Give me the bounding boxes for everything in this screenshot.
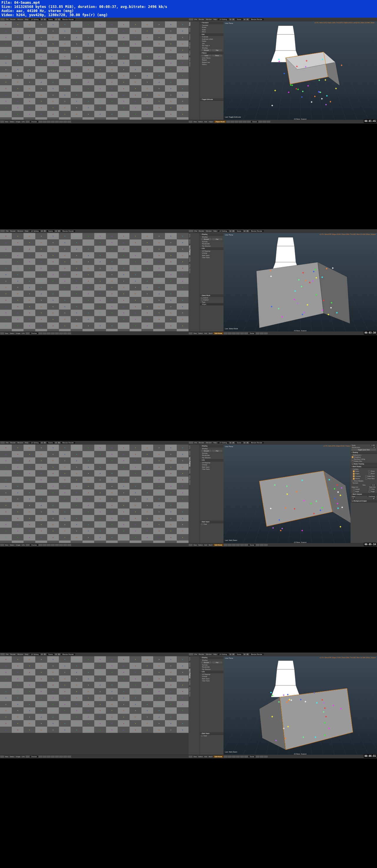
- uv-tool-icon[interactable]: [47, 333, 51, 335]
- vp-tool-icon[interactable]: [224, 756, 228, 758]
- uv-tool-icon[interactable]: [55, 333, 59, 335]
- vp-tool-icon[interactable]: [264, 756, 268, 758]
- vpmenu-mesh[interactable]: Mesh: [208, 333, 213, 334]
- redo-button[interactable]: Redo: [212, 55, 223, 57]
- tab-shading-uvs[interactable]: Shading / UVs: [188, 456, 191, 467]
- menu-file[interactable]: File: [5, 19, 9, 20]
- layout-add[interactable]: +: [40, 19, 43, 21]
- scene-del[interactable]: ✕: [246, 18, 249, 21]
- tool-clear-seam[interactable]: Clear Seam: [200, 468, 224, 471]
- tab-relations[interactable]: Relations: [188, 33, 191, 41]
- uv-tool-icon[interactable]: [42, 333, 47, 335]
- operator-panel[interactable]: Select Mode: [200, 294, 224, 297]
- tab-grease-pencil[interactable]: Grease Pencil: [188, 474, 191, 486]
- vp-tool-icon[interactable]: [236, 756, 240, 758]
- tool-recalculate[interactable]: Recalculate: [200, 243, 224, 245]
- overlay-check[interactable]: Creases: [352, 475, 362, 477]
- uv-tool-icon[interactable]: [47, 121, 51, 123]
- info-check[interactable]: Angle: [367, 491, 376, 493]
- scene-del[interactable]: ✕: [58, 441, 61, 444]
- menu-render[interactable]: Render: [9, 19, 17, 20]
- shading-flat[interactable]: Flat: [212, 662, 223, 664]
- uvmenu-image[interactable]: Image: [15, 756, 21, 757]
- scene-add[interactable]: +: [243, 653, 246, 655]
- tool-recalculate[interactable]: Recalculate: [200, 666, 224, 669]
- layout-del[interactable]: ✕: [43, 230, 46, 232]
- panel-header[interactable]: Transform: [200, 22, 224, 24]
- operator-panel[interactable]: Toggle Editmode: [200, 98, 224, 101]
- uvmenu-view[interactable]: View: [4, 756, 9, 757]
- menu-render[interactable]: Render: [198, 230, 205, 232]
- menu-help[interactable]: Help: [24, 653, 29, 655]
- tab-create[interactable]: Create: [188, 662, 191, 668]
- menu-file[interactable]: File: [194, 19, 198, 20]
- panel-meshanalysis[interactable]: Mesh Analysis: [351, 493, 377, 496]
- layout-dropdown[interactable]: UV Editing: [218, 230, 229, 232]
- vp-tool-icon[interactable]: [256, 544, 260, 546]
- analysis-val[interactable]: 0°: [352, 498, 355, 499]
- vp-tool-icon[interactable]: [228, 756, 232, 758]
- tab-grease-pencil[interactable]: Grease Pencil: [188, 56, 191, 68]
- layout-dropdown[interactable]: UV Editing: [29, 441, 40, 444]
- menu-window[interactable]: Window: [205, 19, 213, 20]
- menu-help[interactable]: Help: [24, 230, 29, 232]
- tab-options[interactable]: Options: [188, 256, 191, 263]
- vpmenu-select[interactable]: Select: [198, 544, 203, 546]
- vp-tool-icon[interactable]: [264, 544, 268, 546]
- vp-tool-icon[interactable]: [236, 544, 240, 546]
- uv-tool-icon[interactable]: [38, 756, 42, 758]
- uv-tool-icon[interactable]: [55, 121, 59, 123]
- tool-duplicate-linked[interactable]: Duplicate Linked: [200, 38, 224, 40]
- info-check[interactable]: Angle: [352, 491, 360, 493]
- scene-del[interactable]: ✕: [246, 653, 249, 655]
- shading-flat[interactable]: Flat: [212, 450, 223, 452]
- uv-tool-icon[interactable]: [51, 333, 55, 335]
- vpmenu-add[interactable]: Add: [203, 121, 208, 123]
- vp-tool-icon[interactable]: [228, 544, 232, 546]
- vp-tool-icon[interactable]: [232, 333, 236, 335]
- vp-tool-icon[interactable]: [256, 756, 260, 758]
- vp-tool-icon[interactable]: [244, 333, 248, 335]
- showweights-check[interactable]: Show Weights: [351, 480, 377, 482]
- scene-dropdown[interactable]: Scene: [235, 18, 243, 21]
- image-browse-icon[interactable]: [26, 121, 29, 123]
- uvmenu-view[interactable]: View: [4, 544, 9, 546]
- menu-render[interactable]: Render: [198, 653, 205, 655]
- uv-tool-icon[interactable]: [59, 544, 63, 546]
- overlay-check[interactable]: Edge Mark: [364, 475, 376, 477]
- history-item[interactable]: Repeat: [200, 59, 224, 61]
- menu-window[interactable]: Window: [205, 653, 213, 655]
- mode-dropdown[interactable]: Edit Mode: [213, 333, 223, 335]
- tab-grease-pencil[interactable]: Grease Pencil: [188, 686, 191, 697]
- uv-tool-icon[interactable]: [42, 756, 47, 758]
- uvmenu-image[interactable]: Image: [15, 544, 21, 546]
- uv-tool-icon[interactable]: [55, 756, 59, 758]
- uv-tool-icon[interactable]: [38, 121, 42, 123]
- uv-tool-icon[interactable]: [51, 544, 55, 546]
- vp-tool-icon[interactable]: [230, 121, 234, 123]
- image-browse-icon[interactable]: [26, 333, 29, 335]
- tool-flip-direction[interactable]: Flip Direction: [200, 457, 224, 459]
- tab-tools[interactable]: Tools: [188, 233, 191, 238]
- layout-add[interactable]: +: [40, 230, 43, 232]
- shadeless-check[interactable]: Shadeless: [351, 456, 377, 458]
- engine-dropdown[interactable]: Blender Render: [250, 441, 264, 444]
- tool-mark-seam[interactable]: Mark Seam: [200, 466, 224, 468]
- subdiv-value[interactable]: 10: [372, 446, 376, 448]
- orientation-dropdown[interactable]: Global: [248, 544, 256, 546]
- layout-add[interactable]: +: [229, 230, 231, 232]
- overlay-check[interactable]: Seams: [352, 478, 361, 480]
- vp-tool-icon[interactable]: [232, 544, 236, 546]
- vp-tool-icon[interactable]: [240, 544, 244, 546]
- tab-tools[interactable]: Tools: [188, 22, 191, 27]
- menu-window[interactable]: Window: [17, 230, 24, 232]
- vpmenu-view[interactable]: View: [193, 333, 198, 334]
- tab-options[interactable]: Options: [188, 468, 191, 475]
- vpmenu-view[interactable]: View: [193, 756, 198, 757]
- history-item[interactable]: Undo History: [200, 57, 224, 59]
- menu-file[interactable]: File: [194, 230, 198, 232]
- tool-clear-seam[interactable]: Clear Seam: [200, 680, 224, 682]
- vp-tool-icon[interactable]: [236, 333, 240, 335]
- panel-shading[interactable]: Shading: [351, 451, 377, 454]
- vp-tool-icon[interactable]: [244, 756, 248, 758]
